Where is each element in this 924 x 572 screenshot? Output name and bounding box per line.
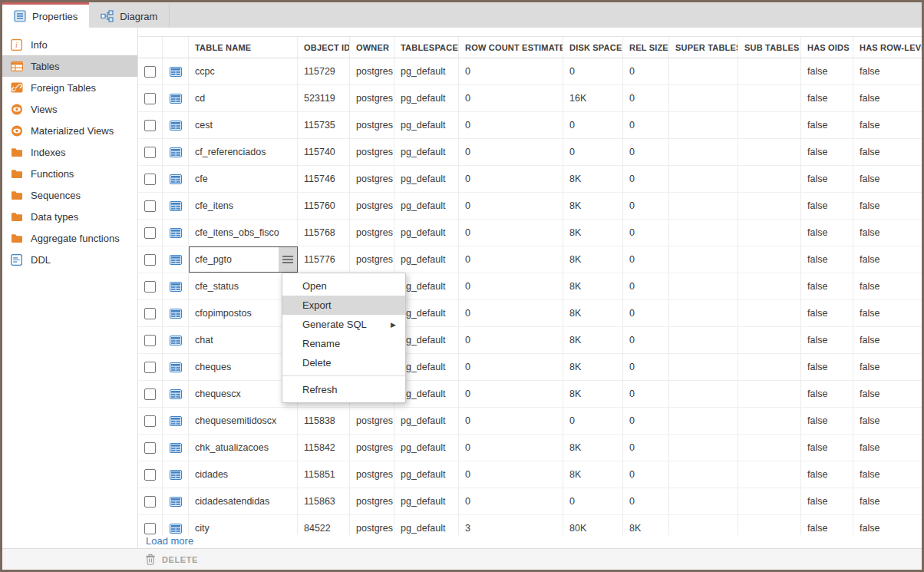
cell-name[interactable]: cfe_itens xyxy=(189,193,298,219)
cell-hasRowLevel[interactable]: false xyxy=(853,327,922,353)
table-row[interactable]: cfe_statuspg_default08K0falsefalse xyxy=(138,273,922,300)
cell-owner[interactable]: postgres xyxy=(350,246,394,273)
table-row[interactable]: cest115735postgrespg_default000falsefals… xyxy=(138,112,922,139)
cell-hasRowLevel[interactable]: false xyxy=(853,85,922,111)
cell-relSize[interactable]: 0 xyxy=(623,273,669,299)
cell-name[interactable]: city xyxy=(189,515,298,535)
cell-relSize[interactable]: 0 xyxy=(623,408,669,434)
cell-rowCountEstimate[interactable]: 0 xyxy=(459,139,563,165)
table-row[interactable]: chatpg_default08K0falsefalse xyxy=(138,327,922,354)
table-row[interactable]: cfe115746postgrespg_default08K0falsefals… xyxy=(138,166,922,193)
cell-relSize[interactable]: 0 xyxy=(623,246,669,273)
row-checkbox[interactable] xyxy=(144,93,156,104)
cell-owner[interactable]: postgres xyxy=(350,488,394,514)
sidebar-item-data-types[interactable]: Data types xyxy=(2,206,137,227)
cell-rowCountEstimate[interactable]: 0 xyxy=(459,85,563,111)
sidebar-item-tables[interactable]: Tables xyxy=(2,55,137,77)
cell-superTables[interactable] xyxy=(669,300,738,326)
cell-objectId[interactable]: 115768 xyxy=(298,220,350,246)
row-checkbox[interactable] xyxy=(144,308,156,319)
cell-hasOids[interactable]: false xyxy=(801,515,853,535)
cell-relSize[interactable]: 0 xyxy=(623,381,669,407)
cell-superTables[interactable] xyxy=(669,408,738,434)
cell-diskSpace[interactable]: 0 xyxy=(563,112,623,138)
cell-subTables[interactable] xyxy=(738,246,801,273)
row-checkbox[interactable] xyxy=(144,227,156,239)
cell-hasRowLevel[interactable]: false xyxy=(853,273,922,299)
cell-diskSpace[interactable]: 16K xyxy=(563,85,623,111)
cell-diskSpace[interactable]: 8K xyxy=(563,435,623,461)
cell-owner[interactable]: postgres xyxy=(350,139,394,165)
cell-hasOids[interactable]: false xyxy=(801,435,853,461)
cell-diskSpace[interactable]: 0 xyxy=(563,139,623,165)
cell-name[interactable]: cd xyxy=(189,85,298,111)
cell-rowCountEstimate[interactable]: 0 xyxy=(459,381,563,407)
cell-diskSpace[interactable]: 8K xyxy=(563,273,623,299)
table-row[interactable]: city84522postgrespg_default380K8Kfalsefa… xyxy=(138,515,922,535)
cell-tablespace[interactable]: pg_default xyxy=(394,435,459,461)
cell-hasOids[interactable]: false xyxy=(801,354,853,380)
row-checkbox[interactable] xyxy=(144,442,156,454)
cell-relSize[interactable]: 0 xyxy=(623,300,669,326)
table-row[interactable]: chequesemitidoscx115838postgrespg_defaul… xyxy=(138,408,922,435)
cell-relSize[interactable]: 0 xyxy=(623,327,669,353)
row-checkbox[interactable] xyxy=(144,523,156,534)
cell-diskSpace[interactable]: 8K xyxy=(563,220,623,246)
cell-superTables[interactable] xyxy=(669,273,738,299)
cell-name[interactable]: cf_referenciados xyxy=(189,139,298,165)
cell-subTables[interactable] xyxy=(738,408,801,434)
row-checkbox[interactable] xyxy=(144,200,156,212)
sidebar-item-ddl[interactable]: DDL xyxy=(2,249,137,270)
cell-hasRowLevel[interactable]: false xyxy=(853,112,922,138)
cell-hasOids[interactable]: false xyxy=(801,112,853,138)
cell-relSize[interactable]: 8K xyxy=(623,515,669,535)
cell-hasOids[interactable]: false xyxy=(801,85,853,111)
cell-relSize[interactable]: 0 xyxy=(623,435,669,461)
cell-hasOids[interactable]: false xyxy=(801,408,853,434)
cell-objectId[interactable]: 115746 xyxy=(298,166,350,192)
cell-hasRowLevel[interactable]: false xyxy=(853,193,922,219)
cell-tablespace[interactable]: pg_default xyxy=(394,166,459,192)
cell-tablespace[interactable]: pg_default xyxy=(394,139,459,165)
cell-hasOids[interactable]: false xyxy=(801,193,853,219)
cell-diskSpace[interactable]: 0 xyxy=(563,408,623,434)
cell-owner[interactable]: postgres xyxy=(350,220,394,246)
cell-tablespace[interactable]: pg_default xyxy=(394,408,459,434)
table-row[interactable]: chequespg_default08K0falsefalse xyxy=(138,354,922,381)
cell-name[interactable]: ccpc xyxy=(189,58,298,84)
cell-tablespace[interactable]: pg_default xyxy=(394,85,459,111)
cell-name[interactable]: cfe xyxy=(189,166,298,192)
cell-hasRowLevel[interactable]: false xyxy=(853,408,922,434)
cell-relSize[interactable]: 0 xyxy=(623,166,669,192)
cell-subTables[interactable] xyxy=(738,85,801,111)
table-row[interactable]: cfe_pgto115776postgrespg_default08K0fals… xyxy=(138,246,922,273)
sidebar-item-foreign-tables[interactable]: Foreign Tables xyxy=(2,77,137,98)
cell-objectId[interactable]: 115838 xyxy=(298,408,350,434)
cell-superTables[interactable] xyxy=(669,85,738,111)
cell-rowCountEstimate[interactable]: 0 xyxy=(459,300,563,326)
menu-item-delete[interactable]: Delete xyxy=(282,353,405,372)
cell-rowCountEstimate[interactable]: 0 xyxy=(459,246,563,273)
cell-hasOids[interactable]: false xyxy=(801,220,853,246)
row-checkbox[interactable] xyxy=(144,388,156,400)
cell-owner[interactable]: postgres xyxy=(350,193,394,219)
cell-hasOids[interactable]: false xyxy=(801,139,853,165)
cell-name[interactable]: cidadesatendidas xyxy=(189,488,298,514)
cell-rowCountEstimate[interactable]: 0 xyxy=(459,58,563,84)
cell-rowCountEstimate[interactable]: 0 xyxy=(459,461,563,488)
cell-diskSpace[interactable]: 0 xyxy=(563,488,623,514)
cell-subTables[interactable] xyxy=(738,354,801,380)
tab-properties[interactable]: Properties xyxy=(2,2,89,28)
cell-objectId[interactable]: 115735 xyxy=(298,112,350,138)
cell-hasOids[interactable]: false xyxy=(801,166,853,192)
cell-owner[interactable]: postgres xyxy=(350,515,394,535)
cell-diskSpace[interactable]: 8K xyxy=(563,246,623,273)
cell-owner[interactable]: postgres xyxy=(350,461,394,488)
table-row[interactable]: cidadesatendidas115863postgrespg_default… xyxy=(138,488,922,515)
cell-owner[interactable]: postgres xyxy=(350,408,394,434)
cell-subTables[interactable] xyxy=(738,139,801,165)
cell-owner[interactable]: postgres xyxy=(350,85,394,111)
cell-diskSpace[interactable]: 80K xyxy=(563,515,623,535)
row-checkbox[interactable] xyxy=(144,66,156,78)
table-row[interactable]: cf_referenciados115740postgrespg_default… xyxy=(138,139,922,166)
